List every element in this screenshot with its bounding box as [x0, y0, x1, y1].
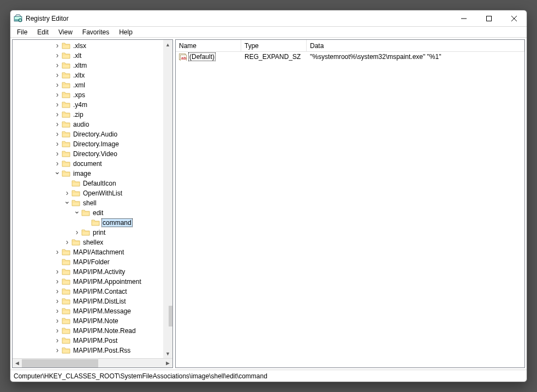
tree-vertical-scrollbar[interactable]: ▲ ▼: [163, 40, 172, 358]
chevron-right-icon[interactable]: [54, 92, 61, 98]
chevron-right-icon[interactable]: [54, 131, 61, 138]
chevron-right-icon[interactable]: [64, 239, 70, 246]
tree-node-label: .xps: [72, 91, 86, 99]
registry-tree[interactable]: .xlsx.xlt.xltm.xltx.xml.xps.y4m.zipaudio…: [13, 40, 172, 358]
chevron-down-icon[interactable]: [64, 200, 70, 206]
menu-view[interactable]: View: [54, 28, 77, 37]
tree-node[interactable]: print: [15, 228, 172, 237]
scroll-thumb-horizontal[interactable]: [22, 359, 98, 367]
value-row[interactable]: ab(Default)REG_EXPAND_SZ"%systemroot%\sy…: [176, 52, 524, 62]
tree-node[interactable]: .xps: [15, 90, 172, 100]
titlebar[interactable]: Registry Editor: [10, 10, 527, 27]
tree-pane: .xlsx.xlt.xltm.xltx.xml.xps.y4m.zipaudio…: [12, 39, 173, 368]
tree-node-label: MAPI/IPM.Appointment: [72, 278, 142, 286]
column-header-type[interactable]: Type: [241, 40, 307, 51]
tree-node[interactable]: DefaultIcon: [15, 179, 172, 188]
chevron-right-icon[interactable]: [54, 249, 61, 256]
tree-node[interactable]: MAPI/IPM.Activity: [15, 267, 172, 277]
chevron-down-icon[interactable]: [74, 210, 80, 216]
tree-node[interactable]: MAPI/IPM.Note: [15, 316, 172, 326]
chevron-right-icon[interactable]: [54, 298, 61, 305]
tree-node[interactable]: .xltx: [15, 70, 172, 80]
string-value-icon: ab: [179, 53, 187, 61]
scroll-left-arrow-icon[interactable]: ◀: [13, 359, 22, 368]
chevron-right-icon[interactable]: [54, 347, 61, 354]
menu-favorites[interactable]: Favorites: [78, 28, 114, 37]
chevron-right-icon[interactable]: [54, 43, 61, 49]
menu-help[interactable]: Help: [115, 28, 137, 37]
tree-node[interactable]: .xml: [15, 80, 172, 90]
folder-icon: [71, 180, 80, 187]
tree-node[interactable]: Directory.Image: [15, 139, 172, 149]
tree-node[interactable]: MAPI/IPM.Post: [15, 336, 172, 346]
chevron-right-icon[interactable]: [54, 82, 61, 88]
chevron-right-icon[interactable]: [54, 111, 61, 118]
chevron-right-icon[interactable]: [54, 328, 61, 334]
minimize-button[interactable]: [451, 10, 476, 27]
tree-node[interactable]: MAPI/IPM.Note.Read: [15, 326, 172, 336]
chevron-right-icon[interactable]: [54, 269, 61, 275]
chevron-right-icon[interactable]: [54, 308, 61, 314]
tree-node[interactable]: .y4m: [15, 100, 172, 110]
chevron-right-icon[interactable]: [54, 337, 61, 344]
chevron-right-icon[interactable]: [54, 318, 61, 324]
value-name: (Default): [188, 52, 216, 61]
tree-node[interactable]: audio: [15, 120, 172, 129]
tree-node[interactable]: .zip: [15, 110, 172, 120]
tree-node-label: shellex: [82, 239, 104, 246]
tree-node[interactable]: MAPI/IPM.DistList: [15, 296, 172, 306]
tree-node[interactable]: command: [15, 218, 172, 228]
tree-node-label: MAPI/IPM.Message: [72, 307, 132, 315]
folder-icon: [71, 239, 80, 246]
folder-icon: [62, 307, 70, 315]
tree-node[interactable]: MAPI/Folder: [15, 257, 172, 267]
scroll-right-arrow-icon[interactable]: ▶: [163, 359, 172, 368]
maximize-button[interactable]: [476, 10, 502, 27]
chevron-right-icon[interactable]: [54, 62, 61, 69]
svg-rect-4: [487, 16, 492, 21]
tree-node[interactable]: image: [15, 169, 172, 179]
tree-node[interactable]: document: [15, 159, 172, 169]
chevron-down-icon[interactable]: [54, 170, 61, 177]
chevron-right-icon[interactable]: [54, 278, 61, 285]
chevron-right-icon[interactable]: [54, 161, 61, 167]
chevron-right-icon[interactable]: [74, 229, 80, 236]
chevron-right-icon[interactable]: [64, 190, 70, 197]
tree-node[interactable]: MAPI/Attachment: [15, 247, 172, 257]
chevron-right-icon[interactable]: [54, 72, 61, 79]
status-path: Computer\HKEY_CLASSES_ROOT\SystemFileAss…: [14, 372, 267, 380]
scroll-up-arrow-icon[interactable]: ▲: [163, 40, 172, 49]
values-list[interactable]: ab(Default)REG_EXPAND_SZ"%systemroot%\sy…: [176, 52, 524, 367]
tree-node[interactable]: Directory.Audio: [15, 129, 172, 139]
tree-node[interactable]: .xltm: [15, 61, 172, 70]
close-button[interactable]: [502, 10, 527, 27]
tree-node[interactable]: .xlsx: [15, 41, 172, 51]
tree-node[interactable]: OpenWithList: [15, 188, 172, 198]
statusbar: Computer\HKEY_CLASSES_ROOT\SystemFileAss…: [10, 370, 527, 382]
chevron-right-icon[interactable]: [54, 102, 61, 108]
menu-file[interactable]: File: [13, 28, 32, 37]
tree-node[interactable]: MAPI/IPM.Contact: [15, 287, 172, 296]
chevron-right-icon[interactable]: [54, 121, 61, 128]
tree-node[interactable]: .xlt: [15, 51, 172, 61]
tree-node[interactable]: shell: [15, 198, 172, 208]
menu-edit[interactable]: Edit: [33, 28, 53, 37]
chevron-right-icon[interactable]: [54, 52, 61, 59]
column-header-name[interactable]: Name: [176, 40, 241, 51]
tree-node[interactable]: edit: [15, 208, 172, 218]
tree-node[interactable]: shellex: [15, 237, 172, 247]
chevron-right-icon[interactable]: [54, 288, 61, 295]
chevron-right-icon[interactable]: [54, 151, 61, 157]
chevron-right-icon[interactable]: [54, 141, 61, 147]
tree-node[interactable]: MAPI/IPM.Appointment: [15, 277, 172, 287]
folder-icon: [62, 268, 70, 276]
column-header-data[interactable]: Data: [307, 40, 524, 51]
folder-icon: [62, 248, 70, 256]
tree-node[interactable]: MAPI/IPM.Post.Rss: [15, 346, 172, 355]
tree-horizontal-scrollbar[interactable]: ◀ ▶: [13, 358, 172, 367]
tree-node[interactable]: Directory.Video: [15, 149, 172, 159]
scroll-thumb-vertical[interactable]: [169, 306, 174, 326]
tree-node[interactable]: MAPI/IPM.Message: [15, 306, 172, 316]
scroll-down-arrow-icon[interactable]: ▼: [163, 349, 172, 358]
tree-node-label: .zip: [72, 111, 85, 118]
